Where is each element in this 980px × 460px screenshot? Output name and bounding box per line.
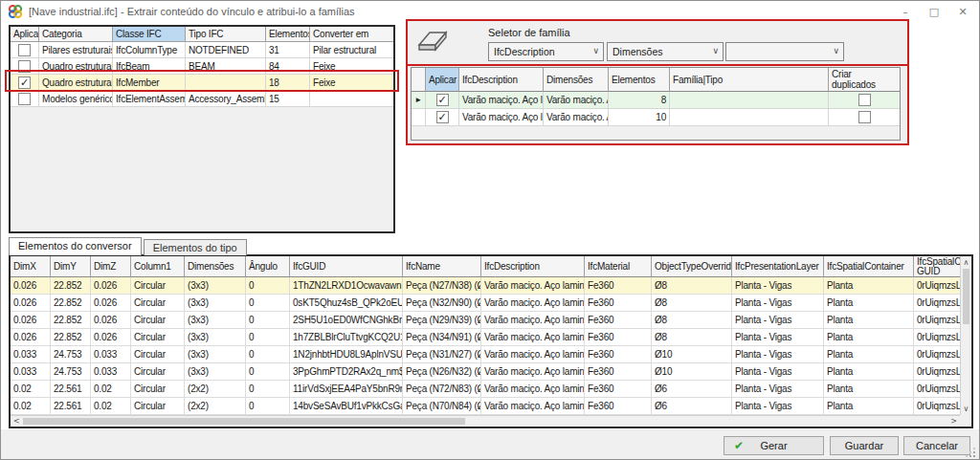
cell-ifcguid: 3PpGhmPTD2RAx2q_nm$5ZN	[290, 363, 403, 381]
elements-table-row[interactable]: 0.02622.8520.026Circular(3x3)02SH5U1oED0…	[11, 312, 960, 329]
aplicar-checkbox[interactable]	[18, 93, 31, 105]
column-header-ifcdescription[interactable]: IfcDescription	[459, 68, 544, 92]
elements-table-row[interactable]: 0.03324.7530.033Circular(3x3)03PpGhmPTD2…	[11, 363, 960, 381]
scroll-right-icon[interactable]: >	[950, 417, 957, 426]
scroll-left-icon[interactable]: <	[13, 417, 20, 426]
tab-elementos-do-conversor[interactable]: Elementos do conversor	[9, 237, 142, 255]
class-table-row[interactable]: Pilares estruturaisIfcColumnTypeNOTDEFIN…	[11, 42, 393, 58]
cell-objecttypeoverride: Ø8	[652, 295, 732, 312]
column-header-dimensoes[interactable]: Dimensões	[185, 256, 246, 277]
cell-ngulo: 0	[246, 398, 290, 415]
elements-table-row[interactable]: 0.02622.8520.026Circular(3x3)01h7ZBLBlrC…	[11, 329, 960, 346]
cell-ifcpresentationlayer: Planta - Vigas	[732, 277, 824, 295]
categoria-cell: Modelos genéricos	[39, 91, 113, 107]
column-header-column1[interactable]: Column1	[131, 256, 185, 277]
cell-objecttypeoverride: Ø10	[652, 363, 732, 381]
elementos-cell: 8	[609, 92, 670, 109]
cell-ifcmaterial: Fe360	[585, 398, 652, 415]
column-header-ifcmaterial[interactable]: IfcMaterial	[585, 256, 652, 277]
aplicar-cell: ✓	[426, 109, 459, 126]
cell-ifcdescription: Varão maciço. Aço laminado	[481, 312, 585, 329]
class-table-row[interactable]: Quadro estruturalIfcBeamBEAM84Feixe	[11, 58, 393, 75]
maximize-icon[interactable]: □	[920, 1, 948, 22]
gerar-button[interactable]: ✔ Gerar	[724, 436, 824, 455]
family-selector-dropdown-3[interactable]: ∨	[725, 42, 844, 61]
column-header-ifcpresentationlayer[interactable]: IfcPresentationLayer	[732, 256, 824, 277]
cell-ifcmaterial: Fe360	[585, 329, 652, 346]
scroll-down-icon[interactable]: ∨	[961, 405, 971, 413]
column-header-converter-em[interactable]: Converter em	[310, 27, 393, 42]
aplicar-checkbox[interactable]: ✓	[18, 77, 31, 89]
guardar-button[interactable]: Guardar	[830, 436, 899, 455]
column-header-classe-ifc[interactable]: Classe IFC	[113, 27, 186, 42]
column-header-ifcspatialcontainer[interactable]: IfcSpatialContainer	[824, 256, 914, 277]
column-header-objecttypeoverride[interactable]: ObjectTypeOverride	[652, 256, 732, 277]
classe-ifc-cell: IfcElementAssembly	[113, 91, 186, 107]
elements-table-row[interactable]: 0.0222.5610.02Circular(2x2)011irVdSxjEEA…	[11, 381, 960, 398]
cell-ifcmaterial: Fe360	[585, 277, 652, 295]
converter-em-cell: Pilar estructural	[310, 42, 393, 58]
column-header-elementos[interactable]: Elementos	[266, 27, 310, 42]
elements-table-row[interactable]: 0.02622.8520.026Circular(3x3)00sKT5Qhuz4…	[11, 295, 960, 312]
scroll-up-icon[interactable]: ∧	[961, 258, 971, 267]
column-header-categoria[interactable]: Categoria	[39, 27, 113, 42]
column-header-ifcguid[interactable]: IfcGUID	[290, 256, 403, 277]
column-header-elementos[interactable]: Elementos	[609, 68, 670, 92]
criar-duplicados-checkbox[interactable]	[858, 111, 871, 123]
family-table-row[interactable]: ►✓Varão maciço. Aço la...Varão maciço. A…	[412, 92, 900, 109]
family-table-row[interactable]: ✓Varão maciço. Aço la...Varão maciço. A.…	[412, 109, 900, 126]
cell-column1: Circular	[131, 398, 185, 415]
cell-ifcdescription: Varão maciço. Aço laminado	[481, 363, 585, 381]
elements-table-grid: DimX DimY DimZ Column1 Dimensões Ângulo …	[11, 256, 960, 415]
elements-table-row[interactable]: 0.02622.8520.026Circular(3x3)01ThZN2LRXD…	[11, 277, 960, 295]
cell-dimx: 0.026	[11, 295, 51, 312]
cell-dimy: 22.852	[51, 277, 91, 295]
column-header-dimx[interactable]: DimX	[11, 256, 51, 277]
horizontal-scrollbar[interactable]: < >	[11, 415, 960, 427]
family-selector-dropdown-1[interactable]: IfcDescription ∨	[488, 42, 604, 61]
cell-dimx: 0.02	[11, 381, 51, 398]
cell-ifcname: Peça (N29/N39) (Ø8)	[403, 312, 481, 329]
resize-grip[interactable]	[973, 455, 975, 457]
green-check-icon: ✔	[734, 439, 744, 452]
column-header-aplicar[interactable]: Aplicar	[426, 68, 459, 92]
window-title: [Nave industrial.ifc] - Extrair conteúdo…	[29, 6, 355, 17]
class-table-row[interactable]: Modelos genéricosIfcElementAssemblyAcces…	[11, 91, 393, 107]
cell-dimy: 22.561	[51, 381, 91, 398]
column-header-tipo-ifc[interactable]: Tipo IFC	[186, 27, 266, 42]
column-header-angulo[interactable]: Ângulo	[246, 256, 290, 277]
column-header-dimz[interactable]: DimZ	[91, 256, 131, 277]
column-header-familia-tipo[interactable]: Família|Tipo	[670, 68, 829, 92]
horizontal-scroll-thumb[interactable]	[23, 418, 465, 425]
cell-dimy: 24.753	[51, 363, 91, 381]
cell-ifcspatialcontainer: Planta	[824, 381, 914, 398]
column-header-dimensoes[interactable]: Dimensões	[544, 68, 609, 92]
cell-objecttypeoverride: Ø10	[652, 346, 732, 363]
vertical-scroll-thumb[interactable]	[963, 269, 969, 324]
column-header-aplicar[interactable]: Aplicar	[11, 27, 39, 42]
column-header-ifcname[interactable]: IfcName	[403, 256, 481, 277]
cancelar-button[interactable]: Cancelar	[903, 436, 970, 455]
elements-table-row[interactable]: 0.0222.5610.02Circular(2x2)014bvSeSAvBUf…	[11, 398, 960, 415]
cell-dimy: 24.753	[51, 346, 91, 363]
aplicar-checkbox[interactable]	[18, 60, 31, 73]
column-header-criar-duplicados[interactable]: Criar duplicados	[829, 68, 900, 92]
column-header-dimy[interactable]: DimY	[51, 256, 91, 277]
cell-dimz: 0.026	[91, 277, 131, 295]
column-header-ifcdescription[interactable]: IfcDescription	[481, 256, 585, 277]
vertical-scrollbar[interactable]: ∧ ∨	[960, 256, 971, 415]
family-selector-dropdown-2[interactable]: Dimensões ∨	[607, 42, 724, 61]
criar-duplicados-checkbox[interactable]	[858, 94, 871, 106]
tab-elementos-do-tipo[interactable]: Elementos do tipo	[144, 239, 247, 255]
cell-ifcspatialcontainer-guid: 0rUiqmzsLEFg	[914, 329, 960, 346]
aplicar-checkbox[interactable]: ✓	[436, 111, 449, 123]
elements-table-row[interactable]: 0.03324.7530.033Circular(3x3)01N2jnhbtHD…	[11, 346, 960, 363]
aplicar-checkbox[interactable]: ✓	[436, 94, 449, 106]
column-header-ifcspatialcontainer-guid[interactable]: IfcSpatialContainer GUID	[914, 256, 960, 277]
minimize-icon[interactable]: –	[891, 1, 920, 22]
cell-ifcspatialcontainer: Planta	[824, 312, 914, 329]
aplicar-checkbox[interactable]	[18, 44, 31, 56]
class-table-row[interactable]: ✓Quadro estruturalIfcMember18Feixe	[11, 75, 393, 91]
tipo-ifc-cell	[186, 75, 266, 91]
close-icon[interactable]: ✕	[948, 1, 977, 22]
